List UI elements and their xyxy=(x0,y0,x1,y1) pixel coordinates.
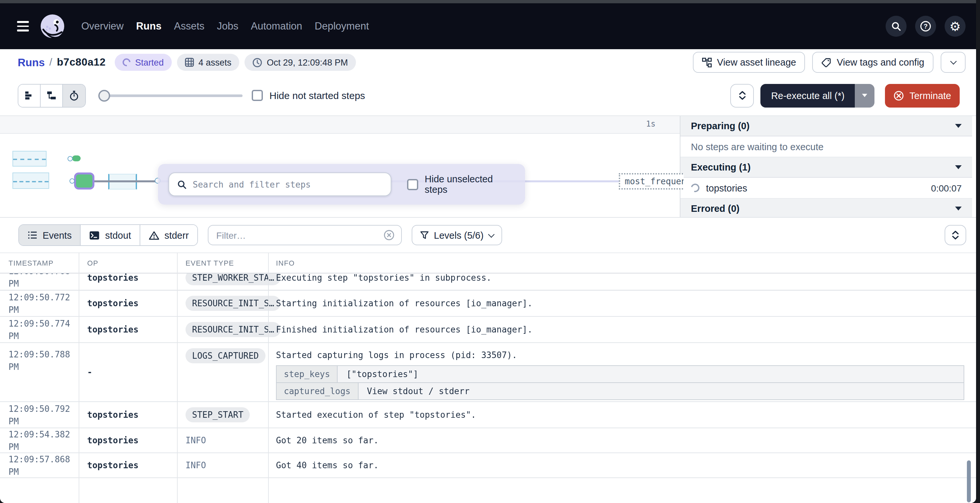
tab-stderr-label: stderr xyxy=(164,230,189,240)
run-header: Runs / b7c80a12 Started 4 assets Oct 29,… xyxy=(0,49,976,75)
event-type-chip[interactable]: STEP_START xyxy=(186,407,250,422)
levels-filter-button[interactable]: Levels (5/6) xyxy=(412,225,502,245)
tag-icon xyxy=(822,57,832,67)
executing-section-header[interactable]: Executing (1) xyxy=(681,158,972,178)
gantt-step-selected[interactable] xyxy=(74,172,94,189)
view-asset-lineage-button[interactable]: View asset lineage xyxy=(693,52,805,73)
hide-not-started-checkbox-row[interactable]: Hide not started steps xyxy=(252,90,365,101)
tab-stderr[interactable]: stderr xyxy=(140,225,197,245)
terminate-button[interactable]: Terminate xyxy=(885,84,960,107)
tab-events[interactable]: Events xyxy=(19,225,81,245)
step-search-box[interactable] xyxy=(169,172,392,196)
nav-item-jobs[interactable]: Jobs xyxy=(217,20,239,32)
collapse-triangle-icon xyxy=(955,124,962,128)
clear-filter-icon[interactable] xyxy=(383,229,395,241)
nav-item-automation[interactable]: Automation xyxy=(251,20,302,32)
gantt-step-input-dot xyxy=(70,178,75,184)
log-scrollbar-thumb[interactable] xyxy=(967,460,971,502)
event-metadata-table: step_keys ["topstories"] captured_logs V… xyxy=(276,365,964,400)
breadcrumb-separator: / xyxy=(49,56,52,68)
run-actions-dropdown-button[interactable] xyxy=(941,52,966,73)
gantt-step-marker-green[interactable] xyxy=(72,155,81,161)
hide-not-started-checkbox[interactable] xyxy=(252,90,263,101)
metadata-key: step_keys xyxy=(277,366,338,382)
hamburger-menu-icon[interactable] xyxy=(17,21,29,32)
gantt-step-most-frequent[interactable]: most_frequent_ xyxy=(619,173,684,189)
gantt-connector-line xyxy=(94,180,158,182)
table-row-clipped: 12:09:50.768PM topstories STEP_WORKER_ST… xyxy=(0,274,976,291)
log-filter-input[interactable] xyxy=(216,230,383,240)
event-type-chip[interactable]: RESOURCE_INIT_S… xyxy=(186,322,280,337)
gantt-step-not-started-2[interactable] xyxy=(13,172,49,189)
collapse-triangle-icon xyxy=(955,165,962,169)
step-state-panel: Preparing (0) No steps are waiting to ex… xyxy=(680,116,972,218)
assets-badge[interactable]: 4 assets xyxy=(177,54,239,71)
metadata-row: step_keys ["topstories"] xyxy=(277,366,964,382)
table-row[interactable]: 12:09:50.768PM topstories STEP_WORKER_ST… xyxy=(0,274,976,291)
status-badge[interactable]: Started xyxy=(115,54,172,71)
reexecute-options-button[interactable] xyxy=(855,84,875,107)
nav-item-runs[interactable]: Runs xyxy=(136,20,162,32)
settings-button[interactable]: ⚙ xyxy=(945,16,966,37)
gantt-zoom-slider[interactable] xyxy=(98,89,243,101)
column-divider xyxy=(177,253,178,503)
window-right-edge xyxy=(976,0,980,503)
top-nav: Overview Runs Assets Jobs Automation Dep… xyxy=(0,3,976,49)
stopwatch-icon xyxy=(69,90,79,101)
axis-tick-1s: 1s xyxy=(646,119,655,129)
event-type-chip[interactable]: STEP_WORKER_STA… xyxy=(186,274,280,285)
view-tags-config-button[interactable]: View tags and config xyxy=(813,52,934,73)
log-filter-box[interactable] xyxy=(208,225,402,245)
reexecute-all-button[interactable]: Re-execute all (*) xyxy=(761,84,855,107)
tab-stdout[interactable]: stdout xyxy=(81,225,140,245)
table-row[interactable]: 12:09:50.772PM topstories RESOURCE_INIT_… xyxy=(0,291,976,317)
event-type-chip[interactable]: RESOURCE_INIT_S… xyxy=(186,296,280,311)
column-header-info[interactable]: INFO xyxy=(268,259,976,267)
flat-view-button[interactable] xyxy=(18,84,41,107)
column-header-event-type[interactable]: EVENT TYPE xyxy=(177,259,268,267)
nav-item-assets[interactable]: Assets xyxy=(174,20,205,32)
table-row[interactable]: 12:09:54.382PM topstories INFO Got 20 it… xyxy=(0,428,976,453)
svg-text:?: ? xyxy=(924,22,928,30)
terminate-label: Terminate xyxy=(910,90,951,101)
collapse-triangle-icon xyxy=(955,207,962,210)
preparing-header-label: Preparing (0) xyxy=(691,121,749,131)
metadata-value-link[interactable]: View stdout / stderr xyxy=(359,383,964,400)
waterfall-view-icon xyxy=(46,91,56,100)
nav-item-overview[interactable]: Overview xyxy=(81,20,124,32)
gantt-step-not-started-1[interactable] xyxy=(13,151,46,167)
chevron-down-icon xyxy=(950,58,956,65)
view-mode-segmented-control xyxy=(18,84,86,107)
timer-view-button[interactable] xyxy=(63,84,85,107)
executing-step-row[interactable]: topstories 0:00:07 xyxy=(681,178,972,199)
waterfall-view-button[interactable] xyxy=(41,84,63,107)
window-top-strip xyxy=(0,0,976,3)
event-type-chip[interactable]: LOGS_CAPTURED xyxy=(186,348,266,363)
search-button[interactable] xyxy=(886,16,907,37)
help-button[interactable]: ? xyxy=(915,16,936,37)
table-row[interactable]: 12:09:57.868PM topstories INFO Got 40 it… xyxy=(0,453,976,478)
step-spinner-icon xyxy=(689,182,701,194)
column-header-op[interactable]: OP xyxy=(79,259,177,267)
help-icon: ? xyxy=(920,20,931,32)
hide-unselected-checkbox[interactable] xyxy=(407,179,418,190)
nav-item-deployment[interactable]: Deployment xyxy=(315,20,369,32)
spinner-icon xyxy=(121,57,132,68)
slider-knob[interactable] xyxy=(98,89,110,101)
table-row[interactable]: 12:09:50.788PM - LOGS_CAPTURED Started c… xyxy=(0,343,976,402)
warning-triangle-icon xyxy=(149,231,159,240)
preparing-section-header[interactable]: Preparing (0) xyxy=(681,116,972,137)
breadcrumb-runs-link[interactable]: Runs xyxy=(18,56,45,68)
dagster-logo-icon[interactable] xyxy=(39,13,65,39)
event-log-section: Events stdout stderr xyxy=(0,217,976,503)
errored-section-header[interactable]: Errored (0) xyxy=(681,199,972,218)
levels-filter-label: Levels (5/6) xyxy=(434,230,484,240)
hide-unselected-checkbox-row[interactable]: Hide unselected steps xyxy=(407,174,515,195)
executing-step-elapsed: 0:00:07 xyxy=(931,183,962,193)
table-row[interactable]: 12:09:50.774PM topstories RESOURCE_INIT_… xyxy=(0,317,976,343)
gantt-section: 1s most_frequent_ xyxy=(0,115,976,217)
log-panel-resize-button[interactable] xyxy=(945,225,966,245)
step-search-input[interactable] xyxy=(193,179,383,189)
panel-resize-button[interactable] xyxy=(730,84,754,107)
column-header-timestamp[interactable]: TIMESTAMP xyxy=(0,259,79,267)
